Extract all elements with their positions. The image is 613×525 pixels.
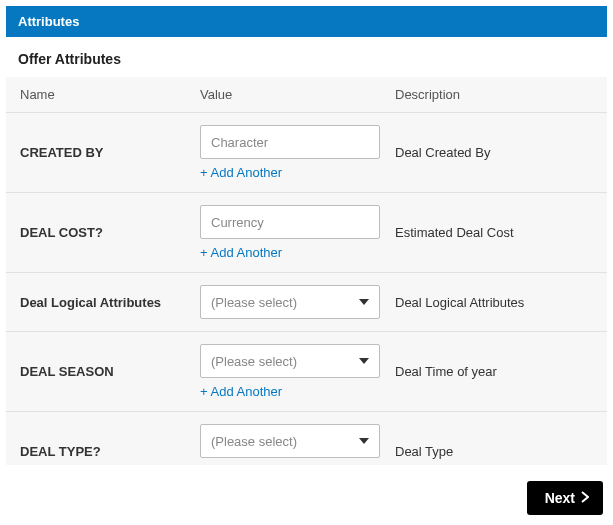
chevron-down-icon [359, 438, 369, 444]
attribute-name: DEAL TYPE? [20, 444, 200, 459]
next-button-label: Next [545, 490, 575, 506]
select-placeholder: (Please select) [211, 434, 297, 449]
attribute-value-cell: (Please select) [200, 285, 395, 319]
attribute-value-cell: (Please select)+ Add Another [200, 344, 395, 399]
select-placeholder: (Please select) [211, 295, 297, 310]
attribute-value-cell: + Add Another [200, 205, 395, 260]
chevron-down-icon [359, 358, 369, 364]
table-row: DEAL COST?+ Add AnotherEstimated Deal Co… [6, 193, 607, 273]
add-another-link[interactable]: + Add Another [200, 384, 282, 399]
text-input[interactable] [200, 205, 380, 239]
select-placeholder: (Please select) [211, 354, 297, 369]
add-another-link[interactable]: + Add Another [200, 165, 282, 180]
attribute-description: Deal Type [395, 444, 593, 459]
text-input[interactable] [200, 125, 380, 159]
table-row: Deal Logical Attributes(Please select)De… [6, 273, 607, 332]
column-header-description: Description [395, 87, 593, 102]
attribute-name: CREATED BY [20, 145, 200, 160]
attribute-value-cell: (Please select)+ Add Another [200, 424, 395, 465]
section-title: Offer Attributes [6, 37, 607, 77]
chevron-down-icon [359, 299, 369, 305]
attribute-name: DEAL SEASON [20, 364, 200, 379]
select-input[interactable]: (Please select) [200, 424, 380, 458]
column-header-value: Value [200, 87, 395, 102]
attribute-description: Deal Logical Attributes [395, 295, 593, 310]
attribute-description: Deal Created By [395, 145, 593, 160]
add-another-link[interactable]: + Add Another [200, 464, 282, 465]
table-header-row: Name Value Description [6, 77, 607, 113]
attribute-value-cell: + Add Another [200, 125, 395, 180]
attribute-name: Deal Logical Attributes [20, 295, 200, 310]
panel-header: Attributes [6, 6, 607, 37]
column-header-name: Name [20, 87, 200, 102]
table-row: DEAL SEASON(Please select)+ Add AnotherD… [6, 332, 607, 412]
attribute-description: Estimated Deal Cost [395, 225, 593, 240]
attributes-table: Name Value Description CREATED BY+ Add A… [6, 77, 607, 465]
attribute-name: DEAL COST? [20, 225, 200, 240]
attribute-description: Deal Time of year [395, 364, 593, 379]
next-button[interactable]: Next [527, 481, 603, 515]
table-row: CREATED BY+ Add AnotherDeal Created By [6, 113, 607, 193]
table-row: DEAL TYPE?(Please select)+ Add AnotherDe… [6, 412, 607, 465]
select-input[interactable]: (Please select) [200, 344, 380, 378]
chevron-right-icon [581, 490, 589, 506]
select-input[interactable]: (Please select) [200, 285, 380, 319]
add-another-link[interactable]: + Add Another [200, 245, 282, 260]
